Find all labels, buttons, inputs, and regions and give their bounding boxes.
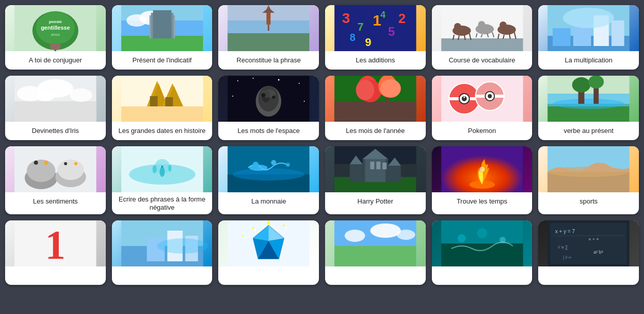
card-sentiments[interactable]: Les sentiments bbox=[5, 146, 106, 214]
card-image-prairie bbox=[325, 220, 426, 266]
card-course[interactable]: Course de vocabulaire bbox=[432, 5, 533, 70]
card-image-mois bbox=[325, 76, 426, 122]
card-image-monnaie bbox=[218, 146, 319, 192]
card-label-espace: Les mots de l'espace bbox=[234, 122, 304, 140]
card-indicatif[interactable]: Présent de l'indicatif bbox=[112, 5, 213, 70]
card-grandes-dates[interactable]: Les grandes dates en histoire bbox=[112, 76, 213, 140]
svg-point-182 bbox=[370, 223, 401, 238]
card-verbe[interactable]: verbe au présent bbox=[538, 76, 639, 140]
svg-point-77 bbox=[299, 83, 300, 84]
card-label-phrases-neg: Ecrire des phrases à la forme négative bbox=[112, 192, 213, 214]
svg-point-181 bbox=[344, 230, 365, 242]
svg-point-75 bbox=[253, 78, 254, 79]
svg-rect-87 bbox=[334, 101, 416, 122]
card-image-phrases-neg bbox=[112, 146, 213, 192]
svg-rect-55 bbox=[612, 20, 625, 46]
svg-text:3: 3 bbox=[342, 10, 350, 26]
card-espace[interactable]: Les mots de l'espace bbox=[218, 76, 319, 140]
card-image-ville bbox=[112, 220, 213, 266]
svg-point-177 bbox=[242, 235, 244, 237]
svg-point-134 bbox=[253, 162, 259, 168]
card-image-course bbox=[432, 5, 533, 51]
svg-point-183 bbox=[397, 230, 415, 240]
svg-rect-180 bbox=[334, 246, 416, 266]
card-ville[interactable] bbox=[112, 220, 213, 285]
card-label-diamant bbox=[265, 266, 273, 285]
svg-text:8: 8 bbox=[350, 32, 355, 43]
svg-text:4: 4 bbox=[380, 10, 385, 20]
card-image-ocean bbox=[432, 220, 533, 266]
card-prairie[interactable] bbox=[325, 220, 426, 285]
card-image-chiffre: 1 bbox=[5, 220, 106, 266]
svg-point-63 bbox=[70, 88, 92, 102]
svg-point-121 bbox=[64, 162, 67, 165]
card-label-temps: Trouve les temps bbox=[452, 192, 511, 211]
card-image-sentiments bbox=[5, 146, 106, 192]
svg-rect-145 bbox=[376, 162, 380, 169]
svg-rect-146 bbox=[382, 163, 386, 169]
svg-point-120 bbox=[44, 161, 48, 165]
card-diamant[interactable] bbox=[218, 220, 319, 285]
card-sports[interactable]: sports bbox=[538, 146, 639, 214]
card-multiplication[interactable]: La multiplication bbox=[538, 5, 639, 70]
card-label-grandes-dates: Les grandes dates en histoire bbox=[114, 122, 210, 140]
svg-point-117 bbox=[27, 160, 55, 182]
svg-point-47 bbox=[499, 21, 507, 29]
svg-point-105 bbox=[488, 94, 492, 98]
svg-point-122 bbox=[74, 162, 77, 165]
svg-point-129 bbox=[168, 165, 171, 172]
card-additions[interactable]: 3 7 1 5 8 2 9 4 Les additions bbox=[325, 5, 426, 70]
svg-point-58 bbox=[563, 8, 614, 28]
svg-text:× ÷ +: × ÷ + bbox=[589, 237, 599, 242]
card-label-phrase: Reconstitue la phrase bbox=[233, 51, 305, 70]
card-image-verbe bbox=[538, 76, 639, 122]
card-mois[interactable]: Les mois de l'année bbox=[325, 76, 426, 140]
card-image-multiplication bbox=[538, 5, 639, 51]
card-pokemon[interactable]: Pokemon bbox=[432, 76, 533, 140]
svg-point-95 bbox=[380, 79, 401, 98]
card-chiffre[interactable]: 1 bbox=[5, 220, 106, 285]
card-ocean[interactable] bbox=[432, 220, 533, 285]
card-conjuguer[interactable]: poesie gentillesse amos A toi de conjugu… bbox=[5, 5, 106, 70]
card-label-potter: Harry Potter bbox=[353, 192, 397, 211]
card-label-ville bbox=[158, 266, 166, 285]
svg-point-41 bbox=[478, 21, 485, 28]
card-label-sentiments: Les sentiments bbox=[29, 192, 82, 211]
svg-point-78 bbox=[233, 96, 234, 97]
card-image-indicatif bbox=[112, 5, 213, 51]
svg-rect-60 bbox=[14, 101, 96, 122]
card-potter[interactable]: Harry Potter bbox=[325, 146, 426, 214]
svg-point-187 bbox=[457, 234, 466, 242]
svg-point-136 bbox=[286, 163, 290, 167]
svg-point-119 bbox=[34, 161, 38, 165]
card-maths2[interactable]: x + y = 7 × ÷ + √ π ∑ a² b³ ∫ ∂ ∞ bbox=[538, 220, 639, 285]
svg-rect-6 bbox=[50, 43, 60, 50]
svg-point-176 bbox=[283, 225, 285, 227]
card-image-espace bbox=[218, 76, 319, 122]
svg-text:√ π ∑: √ π ∑ bbox=[558, 245, 568, 250]
card-image-pokemon bbox=[432, 76, 533, 122]
svg-rect-186 bbox=[441, 243, 523, 266]
svg-text:1: 1 bbox=[45, 222, 65, 266]
svg-point-113 bbox=[589, 76, 604, 88]
svg-rect-114 bbox=[14, 146, 96, 192]
card-phrases-neg[interactable]: Ecrire des phrases à la forme négative bbox=[112, 146, 213, 214]
svg-point-127 bbox=[159, 167, 165, 177]
card-grid: poesie gentillesse amos A toi de conjugu… bbox=[5, 5, 639, 285]
card-phrase[interactable]: Reconstitue la phrase bbox=[218, 5, 319, 70]
card-image-diamant bbox=[218, 220, 319, 266]
card-label-ocean bbox=[478, 266, 486, 285]
svg-text:2: 2 bbox=[398, 11, 405, 26]
svg-rect-144 bbox=[370, 162, 374, 169]
card-label-course: Course de vocabulaire bbox=[445, 51, 519, 70]
svg-text:amos: amos bbox=[51, 33, 60, 36]
svg-text:a² b³: a² b³ bbox=[594, 250, 604, 255]
svg-point-92 bbox=[356, 80, 374, 100]
card-devinettes[interactable]: Devinettes d'Iris bbox=[5, 76, 106, 140]
svg-rect-33 bbox=[441, 38, 523, 51]
svg-point-101 bbox=[463, 97, 465, 98]
card-label-verbe: verbe au présent bbox=[560, 122, 618, 140]
card-monnaie[interactable]: La monnaie bbox=[218, 146, 319, 214]
svg-point-84 bbox=[262, 93, 266, 97]
card-temps[interactable]: Trouve les temps bbox=[432, 146, 533, 214]
